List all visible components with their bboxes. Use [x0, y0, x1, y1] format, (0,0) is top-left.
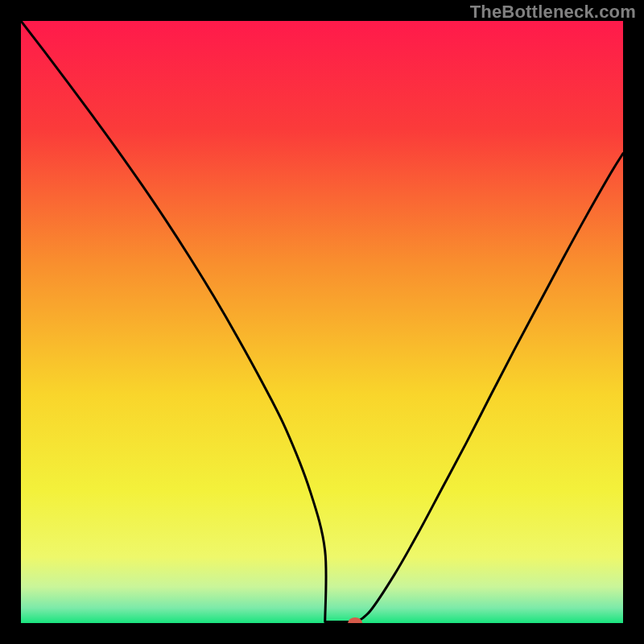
chart-frame: TheBottleneck.com: [0, 0, 644, 644]
chart-svg: [21, 21, 623, 623]
bottleneck-plot: [21, 21, 623, 623]
watermark-text: TheBottleneck.com: [470, 2, 636, 23]
